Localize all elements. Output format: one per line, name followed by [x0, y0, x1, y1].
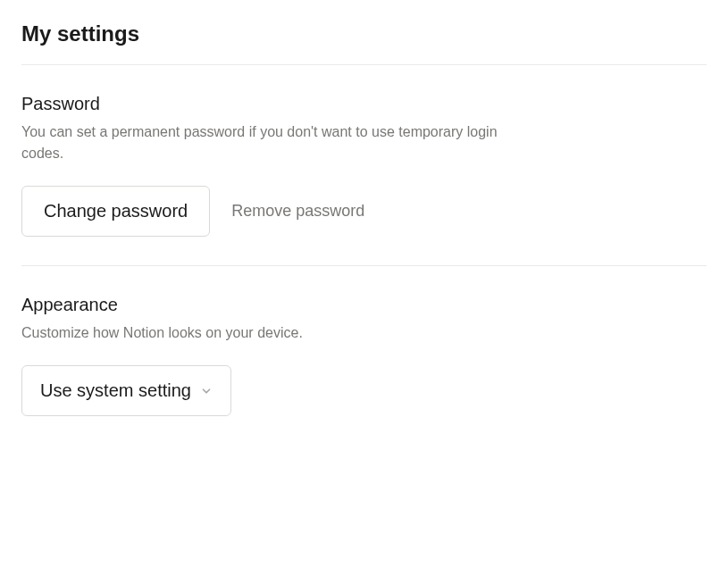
appearance-section: Appearance Customize how Notion looks on… — [21, 266, 707, 445]
password-button-row: Change password Remove password — [21, 186, 707, 237]
remove-password-button[interactable]: Remove password — [231, 202, 364, 221]
change-password-button[interactable]: Change password — [21, 186, 210, 237]
password-section-title: Password — [21, 94, 707, 114]
appearance-section-description: Customize how Notion looks on your devic… — [21, 322, 522, 344]
appearance-dropdown[interactable]: Use system setting — [21, 365, 231, 416]
page-title: My settings — [21, 21, 707, 46]
appearance-dropdown-value: Use system setting — [40, 380, 191, 401]
password-section-description: You can set a permanent password if you … — [21, 121, 522, 164]
appearance-section-title: Appearance — [21, 295, 707, 315]
password-section: Password You can set a permanent passwor… — [21, 65, 707, 265]
chevron-down-icon — [200, 385, 213, 397]
